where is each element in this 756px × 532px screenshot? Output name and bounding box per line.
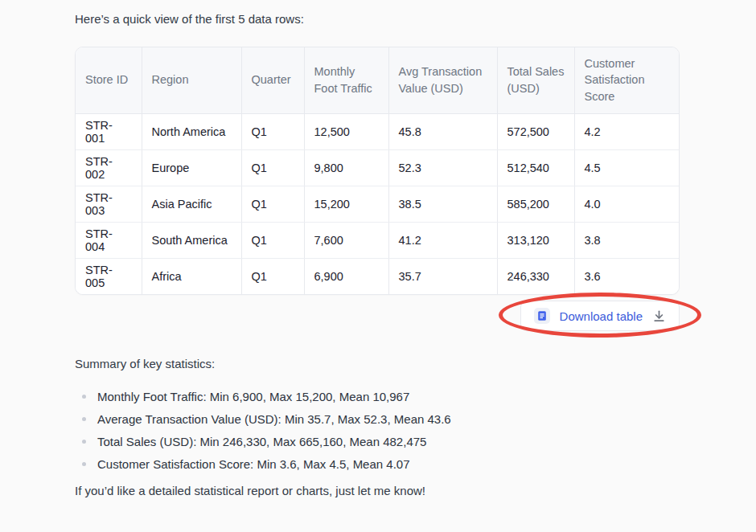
outro-text: If you’d like a detailed statistical rep… <box>75 484 425 497</box>
cell-quarter: Q1 <box>241 258 304 294</box>
data-table: Store ID Region Quarter Monthly Foot Tra… <box>75 47 680 295</box>
table-actions-row: Download table <box>75 301 680 331</box>
cell-avg-transaction: 35.7 <box>388 258 497 294</box>
cell-quarter: Q1 <box>241 222 304 258</box>
cell-total-sales: 572,500 <box>497 113 574 149</box>
summary-title: Summary of key statistics: <box>75 357 215 370</box>
cell-region: South America <box>142 222 241 258</box>
cell-satisfaction: 4.2 <box>574 113 679 149</box>
cell-foot-traffic: 12,500 <box>304 113 388 149</box>
table-header-row: Store ID Region Quarter Monthly Foot Tra… <box>76 47 679 113</box>
cell-region: North America <box>142 113 241 149</box>
cell-total-sales: 585,200 <box>497 186 574 222</box>
summary-bullet: Monthly Foot Traffic: Min 6,900, Max 15,… <box>75 388 451 405</box>
column-header-store-id: Store ID <box>76 47 142 113</box>
cell-foot-traffic: 9,800 <box>304 149 388 186</box>
table-row: STR-004 South America Q1 7,600 41.2 313,… <box>76 222 679 258</box>
cell-region: Africa <box>142 258 241 294</box>
cell-store-id: STR-005 <box>76 258 142 294</box>
table-row: STR-005 Africa Q1 6,900 35.7 246,330 3.6 <box>76 258 679 294</box>
csv-file-icon <box>534 308 550 324</box>
column-header-avg-transaction-value: Avg Transaction Value (USD) <box>388 47 497 113</box>
column-header-total-sales: Total Sales (USD) <box>497 47 574 113</box>
table-row: STR-001 North America Q1 12,500 45.8 572… <box>76 113 679 149</box>
cell-store-id: STR-003 <box>76 186 142 222</box>
cell-foot-traffic: 7,600 <box>304 222 388 258</box>
download-table-label: Download table <box>560 309 643 323</box>
cell-avg-transaction: 45.8 <box>388 113 497 149</box>
cell-avg-transaction: 38.5 <box>388 186 497 222</box>
summary-bullet-list: Monthly Foot Traffic: Min 6,900, Max 15,… <box>75 388 451 478</box>
column-header-monthly-foot-traffic: Monthly Foot Traffic <box>304 47 388 113</box>
summary-bullet: Customer Satisfaction Score: Min 3.6, Ma… <box>75 456 451 473</box>
cell-quarter: Q1 <box>241 113 304 149</box>
table-row: STR-003 Asia Pacific Q1 15,200 38.5 585,… <box>76 186 679 222</box>
cell-region: Europe <box>142 149 241 186</box>
download-table-button[interactable]: Download table <box>520 301 680 331</box>
table-row: STR-002 Europe Q1 9,800 52.3 512,540 4.5 <box>76 149 679 186</box>
cell-avg-transaction: 41.2 <box>388 222 497 258</box>
cell-avg-transaction: 52.3 <box>388 149 497 186</box>
cell-region: Asia Pacific <box>142 186 241 222</box>
cell-satisfaction: 4.0 <box>574 186 679 222</box>
download-arrow-icon <box>652 309 666 323</box>
column-header-customer-satisfaction: Customer Satisfaction Score <box>574 47 679 113</box>
cell-satisfaction: 4.5 <box>574 149 679 186</box>
cell-store-id: STR-001 <box>76 113 142 149</box>
cell-total-sales: 313,120 <box>497 222 574 258</box>
cell-foot-traffic: 15,200 <box>304 186 388 222</box>
cell-quarter: Q1 <box>241 186 304 222</box>
cell-quarter: Q1 <box>241 149 304 186</box>
assistant-message-page: Here’s a quick view of the first 5 data … <box>0 0 756 532</box>
cell-total-sales: 512,540 <box>497 149 574 186</box>
cell-foot-traffic: 6,900 <box>304 258 388 294</box>
column-header-quarter: Quarter <box>241 47 304 113</box>
cell-satisfaction: 3.8 <box>574 222 679 258</box>
cell-satisfaction: 3.6 <box>574 258 679 294</box>
cell-store-id: STR-002 <box>76 149 142 186</box>
summary-bullet: Average Transaction Value (USD): Min 35.… <box>75 411 451 428</box>
summary-bullet: Total Sales (USD): Min 246,330, Max 665,… <box>75 433 451 450</box>
intro-text: Here’s a quick view of the first 5 data … <box>75 12 304 26</box>
column-header-region: Region <box>142 47 241 113</box>
cell-total-sales: 246,330 <box>497 258 574 294</box>
cell-store-id: STR-004 <box>76 222 142 258</box>
